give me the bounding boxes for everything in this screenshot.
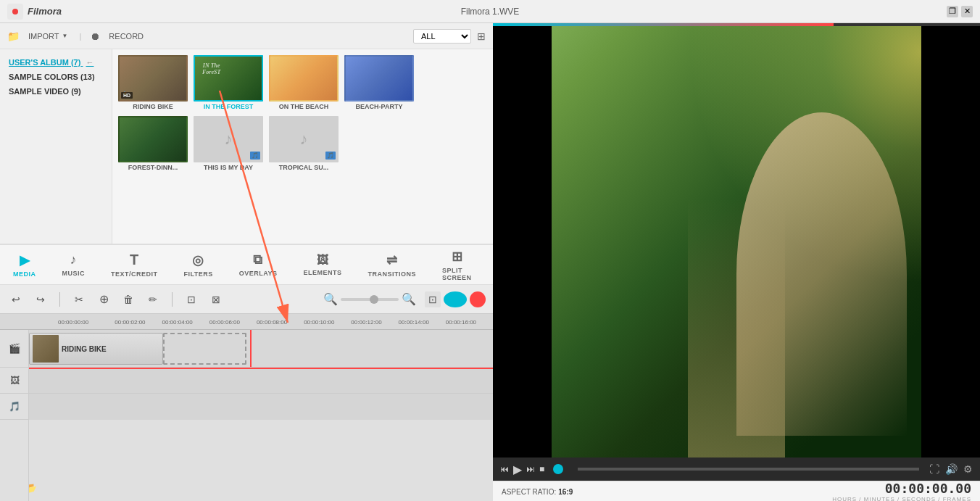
media-item-riding-bike[interactable]: 🚴 HD RIDING BIKE — [118, 55, 188, 110]
split-button[interactable]: ⊕ — [95, 291, 112, 308]
step-back-button[interactable]: ⏮ — [500, 464, 509, 474]
media-item-this-is-my-day[interactable]: ♪ 🎵 THIS IS MY DAY — [194, 116, 263, 171]
aspect-ratio-value: 16:9 — [558, 488, 573, 496]
media-thumb-forest[interactable]: IN TheForeST — [194, 55, 263, 102]
tab-text-credit[interactable]: T TEXT/CREDIT — [105, 247, 164, 282]
timeline-toolbar: ↩ ↪ ✂ ⊕ 🗑 ✏ ⊡ ⊠ 🔍 🔍 ⊡ — [0, 285, 493, 314]
zoom-in-icon[interactable]: 🔍 — [402, 292, 416, 306]
media-toolbar: 📁 IMPORT ▼ | ⏺ RECORD ALL ⊞ — [0, 23, 493, 49]
split-screen-tab-label: SPLIT SCREEN — [442, 267, 472, 281]
volume-button[interactable]: 🔊 — [945, 463, 958, 475]
fullscreen-button[interactable]: ⛶ — [929, 463, 939, 475]
playback-dot[interactable] — [553, 464, 563, 474]
record-icon: ⏺ — [90, 30, 100, 42]
video-track-header[interactable]: 🎬 — [0, 330, 29, 368]
filters-tab-icon: ◎ — [192, 252, 204, 268]
left-panel: 📁 IMPORT ▼ | ⏺ RECORD ALL ⊞ — [0, 23, 493, 501]
tab-split-screen[interactable]: ⊞ SPLIT SCREEN — [436, 244, 478, 286]
media-thumb-party[interactable] — [344, 55, 414, 102]
tab-elements[interactable]: 🖼 ELEMENTS — [298, 249, 348, 281]
filters-tab-label: FILTERS — [184, 270, 213, 278]
record-button[interactable]: RECORD — [106, 30, 146, 42]
media-thumb-riding-bike[interactable]: 🚴 HD — [118, 55, 188, 102]
text-tab-icon: T — [130, 252, 139, 268]
image-track-header[interactable]: 🖼 — [0, 368, 29, 394]
import-button[interactable]: IMPORT ▼ — [25, 30, 71, 42]
ruler-mark-6: 00:00:12:00 — [351, 318, 398, 326]
sidebar-back-arrow[interactable]: ← — [86, 58, 94, 67]
transitions-tab-icon: ⇌ — [386, 252, 398, 268]
aspect-ratio: ASPECT RATIO: 16:9 — [502, 487, 573, 496]
media-thumb-beach[interactable] — [269, 55, 339, 102]
preview-area[interactable] — [493, 26, 980, 457]
restore-button[interactable]: ❐ — [947, 6, 958, 17]
timeline-playhead[interactable] — [250, 330, 252, 367]
tab-music[interactable]: ♪ MUSIC — [57, 248, 91, 281]
transitions-tab-label: TRANSITIONS — [368, 270, 417, 278]
media-item-tropical-su[interactable]: ♪ 🎵 TROPICAL SU... — [269, 116, 339, 171]
timeline-record-button[interactable] — [470, 291, 486, 307]
undo-button[interactable]: ↩ — [7, 291, 25, 308]
media-item-beach-party[interactable]: BEACH-PARTY — [344, 55, 414, 110]
media-item-on-the-beach[interactable]: ON THE BEACH — [269, 55, 339, 110]
crop-button[interactable]: ⊠ — [207, 291, 225, 308]
timeline-settings-button[interactable] — [444, 291, 467, 307]
ruler-mark-8: 00:00:16:00 — [446, 318, 493, 326]
image-track[interactable] — [29, 368, 493, 394]
media-content-area: USER'S ALBUM (7) ← SAMPLE COLORS (13) SA… — [0, 49, 493, 244]
zoom-controls: 🔍 🔍 ⊡ — [323, 291, 486, 307]
video-clip-riding-bike[interactable]: RIDING BIKE — [29, 333, 163, 365]
media-tab-icon: ▶ — [20, 252, 30, 268]
tab-transitions[interactable]: ⇌ TRANSITIONS — [362, 248, 423, 282]
grid-view-toggle[interactable]: ⊞ — [477, 30, 486, 42]
media-thumb-audio2[interactable]: ♪ 🎵 — [269, 116, 339, 162]
ruler-mark-3: 00:00:06:00 — [209, 318, 257, 326]
tab-filters[interactable]: ◎ FILTERS — [178, 248, 219, 282]
right-black-bar — [921, 26, 980, 457]
delete-button[interactable]: 🗑 — [120, 291, 137, 308]
tracks-container: 🎬 🖼 🎵 RIDING BIKE — [0, 330, 493, 501]
media-tab-label: MEDIA — [13, 270, 36, 278]
filter-dropdown[interactable]: ALL — [413, 29, 471, 44]
media-label-this-is-my-day: THIS IS MY DAY — [194, 164, 263, 171]
stop-button[interactable]: ■ — [539, 464, 544, 474]
media-label-forest-dinner: FOREST-DINN... — [118, 164, 188, 171]
ruler-mark-4: 00:00:08:00 — [257, 318, 304, 326]
playback-progress[interactable] — [578, 468, 919, 471]
sidebar-item-sample-video[interactable]: SAMPLE VIDEO (9) — [0, 84, 112, 99]
speed-button[interactable]: ⊡ — [183, 291, 200, 308]
audio-track-header[interactable]: 🎵 — [0, 394, 29, 420]
media-item-forest-dinner[interactable]: FOREST-DINN... — [118, 116, 188, 171]
play-button[interactable]: ▶ — [513, 463, 522, 476]
split-screen-tab-icon: ⊞ — [452, 249, 463, 265]
pen-button[interactable]: ✏ — [144, 291, 162, 308]
overlays-tab-label: OVERLAYS — [239, 270, 278, 277]
tab-overlays[interactable]: ⧉ OVERLAYS — [233, 248, 283, 281]
cut-button[interactable]: ✂ — [70, 291, 88, 308]
media-label-party: BEACH-PARTY — [344, 103, 414, 110]
step-forward-button[interactable]: ⏭ — [526, 464, 535, 474]
tab-media[interactable]: ▶ MEDIA — [7, 248, 42, 282]
clip-label: RIDING BIKE — [62, 345, 107, 353]
ruler-mark-0: 00:00:00:00 — [58, 318, 115, 326]
redo-button[interactable]: ↪ — [32, 291, 49, 308]
sidebar-item-sample-colors[interactable]: SAMPLE COLORS (13) — [0, 70, 112, 84]
media-item-in-the-forest[interactable]: IN TheForeST IN THE FOREST — [194, 55, 263, 110]
video-track[interactable]: RIDING BIKE — [29, 330, 493, 368]
audio-track[interactable] — [29, 394, 493, 420]
fit-timeline-button[interactable]: ⊡ — [425, 291, 441, 307]
media-label-beach: ON THE BEACH — [269, 103, 339, 110]
zoom-out-icon[interactable]: 🔍 — [323, 292, 338, 306]
sidebar-item-users-album[interactable]: USER'S ALBUM (7) ← — [0, 55, 112, 70]
folder-icon: 📁 — [7, 30, 20, 42]
settings-icon[interactable]: ⚙ — [963, 463, 973, 475]
red-trim-line — [29, 368, 493, 369]
timeline-ruler: 00:00:00:00 00:00:02:00 00:00:04:00 00:0… — [0, 314, 493, 330]
elements-tab-icon: 🖼 — [317, 254, 329, 267]
close-button[interactable]: ✕ — [961, 6, 973, 17]
media-thumb-forest-dinner[interactable] — [118, 116, 188, 162]
music-tab-label: MUSIC — [62, 270, 86, 277]
media-thumb-audio1[interactable]: ♪ 🎵 — [194, 116, 263, 162]
zoom-track[interactable] — [341, 298, 399, 301]
preview-video-frame — [493, 26, 980, 457]
